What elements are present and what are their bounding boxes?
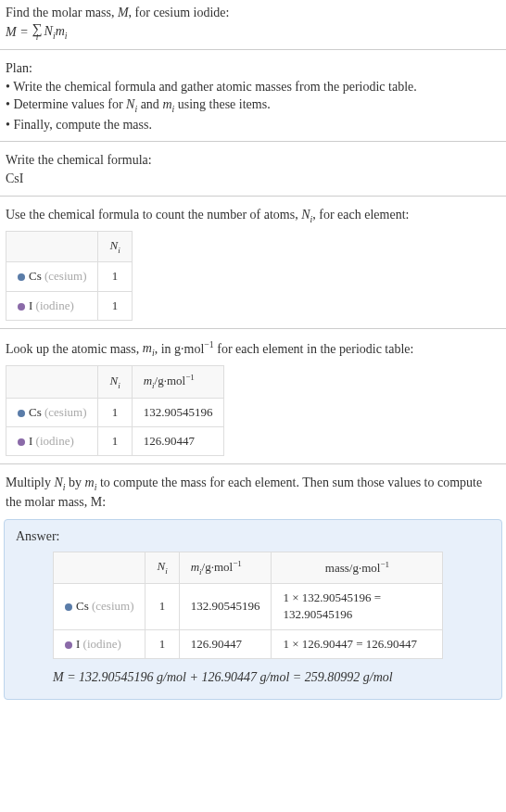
element-dot-icon: [65, 603, 72, 611]
count-title: Use the chemical formula to count the nu…: [6, 206, 500, 226]
header-blank: [6, 232, 98, 262]
count-section: Use the chemical formula to count the nu…: [0, 196, 506, 324]
answer-table: Ni mi/g·mol−1 mass/g·mol−1 Cs (cesium) 1…: [53, 552, 443, 659]
table-row: Cs (cesium) 1 132.90545196 1 × 132.90545…: [54, 584, 443, 629]
count-table: Ni Cs (cesium) 1 I (iodine) 1: [6, 231, 133, 321]
plan-section: Plan: • Write the chemical formula and g…: [0, 49, 506, 137]
table-row: I (iodine) 1 126.90447 1 × 126.90447 = 1…: [54, 629, 443, 658]
intro-formula: M = ∑ i Nimi: [6, 22, 500, 43]
plan-bullet-1: • Write the chemical formula and gather …: [6, 78, 500, 96]
element-dot-icon: [65, 641, 72, 649]
multiply-text: Multiply Ni by mi to compute the mass fo…: [6, 474, 500, 512]
atomic-mass-section: Look up the atomic mass, mi, in g·mol−1 …: [0, 328, 506, 460]
table-header-row: Ni: [6, 232, 133, 262]
element-dot-icon: [18, 273, 25, 281]
element-dot-icon: [18, 303, 25, 311]
mass-title: Look up the atomic mass, mi, in g·mol−1 …: [6, 338, 500, 360]
intro-section: Find the molar mass, M, for cesium iodid…: [0, 0, 506, 45]
plan-title: Plan:: [6, 59, 500, 78]
answer-box: Answer: Ni mi/g·mol−1 mass/g·mol−1 Cs (c…: [4, 519, 502, 700]
element-dot-icon: [18, 410, 25, 417]
element-dot-icon: [18, 438, 25, 446]
table-row: Cs (cesium) 1 132.90545196: [6, 398, 224, 426]
table-row: Cs (cesium) 1: [6, 262, 133, 291]
chemical-formula-section: Write the chemical formula: CsI: [0, 141, 506, 191]
table-header-row: Ni mi/g·mol−1: [6, 365, 224, 398]
header-n: Ni: [98, 232, 132, 262]
final-result: M = 132.90545196 g/mol + 126.90447 g/mol…: [53, 668, 490, 687]
table-row: I (iodine) 1: [6, 291, 133, 320]
formula-title: Write the chemical formula:: [6, 151, 500, 170]
mass-table: Ni mi/g·mol−1 Cs (cesium) 1 132.90545196…: [6, 365, 224, 456]
table-row: I (iodine) 1 126.90447: [6, 426, 224, 455]
plan-bullet-3: • Finally, compute the mass.: [6, 116, 500, 134]
table-header-row: Ni mi/g·mol−1 mass/g·mol−1: [54, 552, 443, 584]
formula-value: CsI: [6, 170, 500, 188]
intro-text: Find the molar mass, M, for cesium iodid…: [6, 4, 500, 22]
plan-bullet-2: • Determine values for Ni and mi using t…: [6, 95, 500, 116]
answer-label: Answer:: [16, 527, 490, 546]
multiply-section: Multiply Ni by mi to compute the mass fo…: [0, 463, 506, 515]
